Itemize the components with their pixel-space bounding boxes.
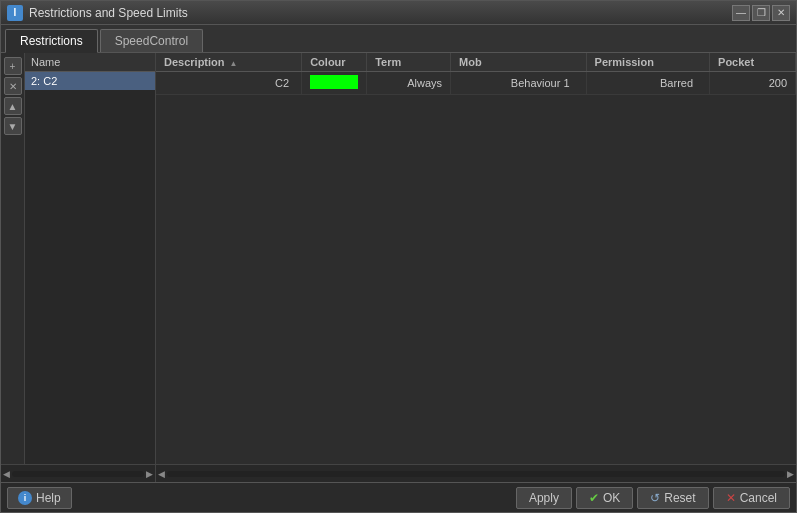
window-controls: — ❒ ✕ [732,5,790,21]
cell-term: Always [367,72,451,95]
right-panel: Description ▲ Colour Term Mob Permission… [156,53,796,464]
add-restriction-button[interactable]: + [4,57,22,75]
restore-button[interactable]: ❒ [752,5,770,21]
main-window: I Restrictions and Speed Limits — ❒ ✕ Re… [0,0,797,513]
cell-pocket: 200 [710,72,796,95]
app-icon: I [7,5,23,21]
tab-speedcontrol[interactable]: SpeedControl [100,29,203,52]
scroll-area-bottom: ◀ ▶ ◀ ▶ [1,464,796,482]
left-scrollbar: ◀ ▶ [1,465,156,482]
ok-check-icon: ✔ [589,491,599,505]
cancel-x-icon: ✕ [726,491,736,505]
col-header-description: Description ▲ [156,53,302,72]
table-header-row: Description ▲ Colour Term Mob Permission… [156,53,796,72]
tab-bar: Restrictions SpeedControl [1,25,796,53]
remove-restriction-button[interactable]: ✕ [4,77,22,95]
right-scrollbar: ◀ ▶ [156,465,796,482]
move-up-button[interactable]: ▲ [4,97,22,115]
content-area: + ✕ ▲ ▼ Name 2: C2 [1,53,796,464]
scroll-left-arrow-icon[interactable]: ◀ [3,469,10,479]
col-header-permission: Permission [586,53,710,72]
window-title: Restrictions and Speed Limits [29,6,732,20]
reset-icon: ↺ [650,491,660,505]
cell-colour [302,72,367,95]
tab-restrictions[interactable]: Restrictions [5,29,98,53]
help-icon: i [18,491,32,505]
left-scroll-track[interactable] [12,471,144,477]
col-header-term: Term [367,53,451,72]
list-item[interactable]: 2: C2 [25,72,155,90]
reset-button[interactable]: ↺ Reset [637,487,708,509]
col-header-pocket: Pocket [710,53,796,72]
help-button[interactable]: i Help [7,487,72,509]
col-header-mob: Mob [451,53,587,72]
cancel-button[interactable]: ✕ Cancel [713,487,790,509]
left-panel: + ✕ ▲ ▼ Name 2: C2 [1,53,156,464]
scroll-right-arrow2-icon[interactable]: ▶ [787,469,794,479]
close-button[interactable]: ✕ [772,5,790,21]
ok-button[interactable]: ✔ OK [576,487,633,509]
left-toolbar: + ✕ ▲ ▼ [1,53,25,464]
data-table: Description ▲ Colour Term Mob Permission… [156,53,796,464]
move-down-button[interactable]: ▼ [4,117,22,135]
apply-button[interactable]: Apply [516,487,572,509]
minimize-button[interactable]: — [732,5,750,21]
name-list: Name 2: C2 [25,53,155,464]
bottom-bar: i Help Apply ✔ OK ↺ Reset ✕ Cancel [1,482,796,512]
scroll-right-arrow-icon[interactable]: ▶ [146,469,153,479]
right-scroll-track[interactable] [167,471,785,477]
title-bar: I Restrictions and Speed Limits — ❒ ✕ [1,1,796,25]
cell-mob: Behaviour 1 [451,72,587,95]
cell-permission: Barred [586,72,710,95]
colour-swatch[interactable] [310,75,358,89]
sort-arrow-icon: ▲ [230,59,238,68]
scroll-left-arrow2-icon[interactable]: ◀ [158,469,165,479]
left-content: + ✕ ▲ ▼ Name 2: C2 [1,53,155,464]
cell-description: C2 [156,72,302,95]
name-column-header: Name [25,53,155,72]
col-header-colour: Colour [302,53,367,72]
table-row[interactable]: C2 Always Behaviour 1 Barred 200 [156,72,796,95]
